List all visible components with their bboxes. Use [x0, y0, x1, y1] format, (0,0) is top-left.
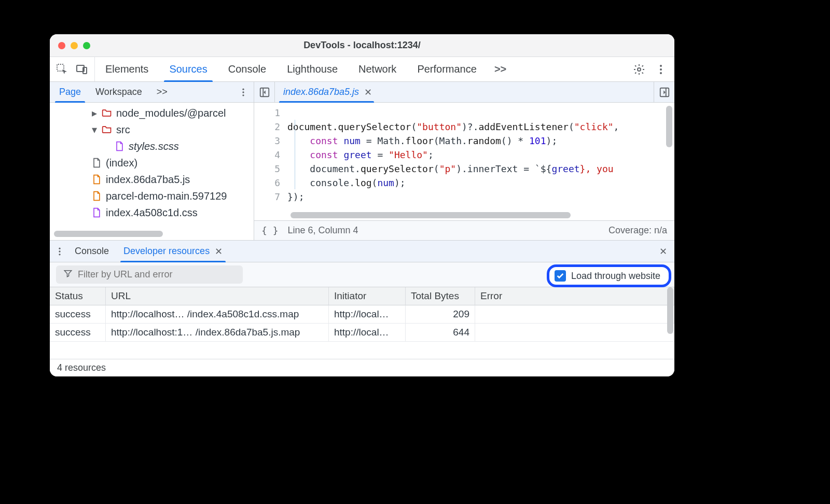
svg-point-13 [59, 250, 60, 252]
file-tree: ▸ node_modules/@parcel ▾ src styles.scss [50, 103, 254, 240]
load-through-website-label: Load through website [571, 271, 660, 282]
tab-performance-label: Performance [417, 63, 477, 75]
drawer-toolbar: Load through website [50, 262, 674, 287]
devtools-window: DevTools - localhost:1234/ Elements Sour… [50, 34, 674, 376]
tree-folder-src[interactable]: ▾ src [50, 121, 254, 138]
file-icon [91, 158, 102, 168]
navigator-tab-workspace[interactable]: Workspace [88, 82, 149, 102]
tab-sources[interactable]: Sources [159, 57, 217, 81]
cell-status[interactable]: success [50, 305, 106, 324]
tree-folder-node-modules[interactable]: ▸ node_modules/@parcel [50, 105, 254, 121]
toggle-debugger-icon[interactable] [654, 82, 674, 102]
more-vert-icon[interactable] [655, 63, 667, 76]
drawer-close-icon[interactable]: ✕ [659, 246, 674, 257]
tree-file-index-js[interactable]: index.86da7ba5.js [50, 171, 254, 188]
load-through-website-control[interactable]: Load through website [547, 264, 671, 287]
tree-label: styles.scss [129, 141, 179, 152]
tree-file-index[interactable]: (index) [50, 155, 254, 171]
settings-gear-icon[interactable] [633, 63, 645, 76]
resource-count: 4 resources [57, 362, 106, 373]
device-toolbar-icon[interactable] [76, 63, 88, 76]
editor-tabstrip: index.86da7ba5.js ✕ [254, 82, 674, 103]
close-tab-icon[interactable]: ✕ [215, 246, 223, 257]
tab-elements-label: Elements [105, 63, 148, 75]
col-total-bytes[interactable]: Total Bytes [406, 287, 475, 305]
drawer-menu-icon[interactable] [52, 246, 67, 257]
main-tabstrip: Elements Sources Console Lighthouse Netw… [50, 57, 674, 82]
tab-elements[interactable]: Elements [95, 57, 159, 81]
tab-console[interactable]: Console [218, 57, 276, 81]
cell-status[interactable]: success [50, 324, 106, 342]
editor-tab-label: index.86da7ba5.js [283, 87, 359, 97]
cell-url[interactable]: http://localhost… /index.4a508c1d.css.ma… [106, 305, 329, 324]
svg-point-4 [660, 65, 662, 67]
cell-url[interactable]: http://localhost:1… /index.86da7ba5.js.m… [106, 324, 329, 342]
tab-lighthouse[interactable]: Lighthouse [276, 57, 348, 81]
svg-point-8 [242, 91, 244, 93]
col-initiator[interactable]: Initiator [329, 287, 406, 305]
cursor-position: Line 6, Column 4 [288, 225, 358, 236]
filter-box[interactable] [56, 265, 243, 284]
tab-performance[interactable]: Performance [407, 57, 487, 81]
col-error[interactable]: Error [475, 287, 674, 305]
folder-icon [102, 124, 112, 135]
indent-guide [295, 120, 295, 189]
zoom-window-button[interactable] [83, 42, 90, 49]
code-content[interactable]: document.querySelector("button")?.addEve… [287, 103, 674, 220]
cell-error[interactable] [475, 324, 674, 342]
svg-point-9 [242, 94, 244, 96]
col-status[interactable]: Status [50, 287, 106, 305]
code-area[interactable]: 1234567 document.querySelector("button")… [254, 103, 674, 220]
sidebar-hscrollbar[interactable] [54, 231, 163, 237]
close-window-button[interactable] [58, 42, 65, 49]
tab-network[interactable]: Network [348, 57, 407, 81]
line-gutter: 1234567 [254, 103, 287, 220]
navigator-more-icon[interactable] [238, 87, 254, 97]
drawer-tab-developer-resources[interactable]: Developer resources ✕ [116, 241, 230, 262]
editor-hscrollbar[interactable] [290, 212, 571, 218]
svg-point-7 [242, 88, 244, 90]
tab-lighthouse-label: Lighthouse [287, 63, 338, 75]
tabs-overflow-button[interactable]: >> [487, 57, 514, 81]
tree-file-index-css[interactable]: index.4a508c1d.css [50, 204, 254, 221]
caret-right-icon: ▸ [91, 107, 98, 119]
cell-total-bytes[interactable]: 209 [406, 305, 475, 324]
mac-traffic-lights [50, 42, 90, 49]
drawer-vscrollbar[interactable] [667, 287, 673, 334]
navigator-tab-page[interactable]: Page [52, 82, 88, 102]
inspect-element-icon[interactable] [56, 63, 68, 76]
checkbox-checked-icon[interactable] [555, 270, 566, 282]
tree-file-parcel-demo[interactable]: parcel-demo-main.597129 [50, 188, 254, 204]
editor-vscrollbar[interactable] [666, 106, 672, 147]
svg-point-6 [660, 72, 662, 74]
tree-label: index.86da7ba5.js [106, 174, 190, 186]
cell-initiator[interactable]: http://local… [329, 324, 406, 342]
svg-point-14 [59, 254, 60, 255]
pretty-print-icon[interactable]: { } [261, 225, 279, 236]
sources-panel-body: Page Workspace >> ▸ node_modules/@parcel… [50, 82, 674, 241]
tree-file-styles-scss[interactable]: styles.scss [50, 138, 254, 155]
sources-navigator-sidebar: Page Workspace >> ▸ node_modules/@parcel… [50, 82, 254, 240]
tree-label: index.4a508c1d.css [106, 207, 198, 219]
col-url[interactable]: URL [106, 287, 329, 305]
svg-point-12 [59, 247, 60, 249]
toggle-navigator-icon[interactable] [254, 82, 275, 102]
file-icon [91, 207, 102, 218]
drawer-panel: Console Developer resources ✕ ✕ Load thr… [50, 241, 674, 376]
drawer-tab-console[interactable]: Console [67, 241, 116, 262]
drawer-statusbar: 4 resources [50, 359, 674, 376]
minimize-window-button[interactable] [71, 42, 78, 49]
cell-initiator[interactable]: http://local… [329, 305, 406, 324]
close-tab-icon[interactable]: ✕ [364, 87, 372, 98]
filter-input[interactable] [78, 269, 236, 280]
resources-table: Status URL Initiator Total Bytes Error s… [50, 287, 674, 342]
navigator-tabs: Page Workspace >> [50, 82, 254, 103]
source-editor: index.86da7ba5.js ✕ 1234567 document.que… [254, 82, 674, 240]
tab-network-label: Network [358, 63, 396, 75]
tree-label: (index) [106, 157, 137, 169]
svg-point-5 [660, 68, 662, 71]
cell-error[interactable] [475, 305, 674, 324]
cell-total-bytes[interactable]: 644 [406, 324, 475, 342]
navigator-tabs-overflow[interactable]: >> [149, 82, 175, 102]
editor-tab-index-js[interactable]: index.86da7ba5.js ✕ [275, 82, 378, 102]
